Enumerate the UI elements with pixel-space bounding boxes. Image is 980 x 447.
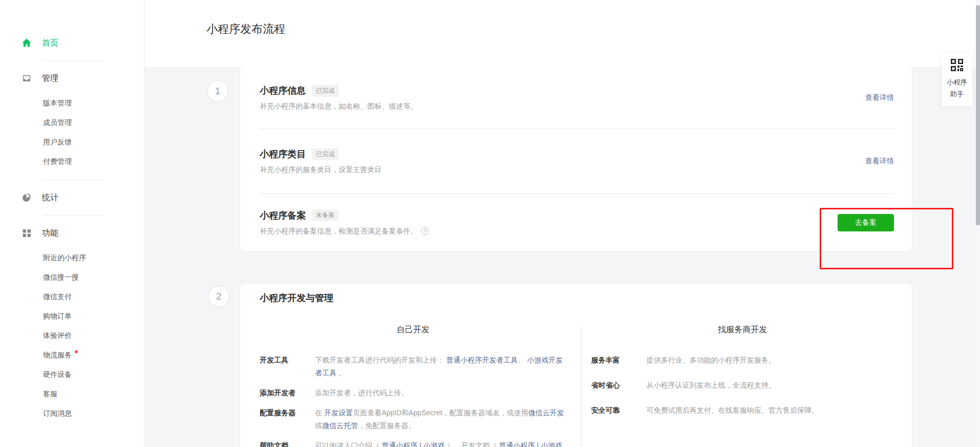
status-badge: 已完成 — [312, 85, 339, 97]
row-title: 小程序类目 — [260, 148, 306, 160]
sidebar-item-label: 物流服务 — [43, 351, 72, 360]
sidebar-item-shopping-orders[interactable]: 购物订单 — [0, 307, 144, 326]
sidebar-item-experience-review[interactable]: 体验评价 — [0, 326, 144, 346]
row-description: 可免费试用后再支付、在线客服响应、官方售后保障。 — [647, 404, 894, 417]
row-label: 服务丰富 — [591, 354, 647, 367]
dev-settings-link[interactable]: 开发设置 — [324, 409, 353, 417]
row-description: 从小程序认证到发布上线，全流程支持。 — [647, 379, 894, 392]
row-title: 小程序信息 — [260, 84, 306, 97]
widget-divider — [946, 106, 968, 107]
question-circle-icon[interactable]: ? — [421, 227, 429, 235]
text: 。 — [337, 369, 346, 377]
separator: | — [535, 441, 540, 447]
row-miniprogram-info: 小程序信息 已完成 补充小程序的基本信息，如名称、图标、描述等。 查看详情 — [260, 67, 894, 129]
home-icon — [22, 38, 32, 48]
sidebar-item-wechat-search[interactable]: 微信搜一搜 — [0, 268, 144, 287]
text: 或 — [315, 421, 322, 430]
text: ）、开发文档（ — [445, 441, 499, 447]
assistant-label-line1: 小程序 — [942, 76, 972, 88]
dev-tools-row: 开发工具 下载开发者工具进行代码的开发和上传： 普通小程序开发者工具、 小游戏开… — [260, 354, 567, 379]
sidebar-item-manage[interactable]: 管理 — [0, 69, 144, 88]
row-label: 省时省心 — [591, 379, 647, 392]
safe-reliable-row: 安全可靠 可免费试用后再支付、在线客服响应、官方售后保障。 — [591, 404, 894, 417]
assistant-label-line2: 助手 — [942, 88, 972, 100]
row-description: 补充小程序的基本信息，如名称、图标、描述等。 — [260, 102, 418, 111]
service-provider-column: 找服务商开发 服务丰富 提供多行业、多功能的小程序开发服务。 省时省心 从小程序… — [581, 325, 894, 447]
sidebar-item-member-manage[interactable]: 成员管理 — [0, 113, 144, 133]
qr-code-icon — [950, 58, 964, 72]
separator: | — [418, 441, 423, 447]
row-description: 在 开发设置页面查看AppID和AppSecret，配置服务器域名，或使用微信云… — [315, 407, 567, 432]
sidebar-sublist-features: 附近的小程序 微信搜一搜 微信支付 购物订单 体验评价 物流服务 硬件设备 客服… — [0, 248, 144, 423]
text: 可以阅读入门介绍（ — [315, 441, 382, 447]
row-description: 可以阅读入门介绍（ 普通小程序 | 小游戏 ）、开发文档（ 普通小程序 | 小游… — [315, 439, 567, 447]
column-header: 自己开发 — [260, 325, 567, 335]
scrollbar-thumb[interactable] — [976, 5, 980, 225]
sidebar-sublist-manage: 版本管理 成员管理 用户反馈 付费管理 — [0, 94, 144, 172]
view-details-link[interactable]: 查看详情 — [865, 93, 894, 102]
sidebar-item-hardware-device[interactable]: 硬件设备 — [0, 365, 144, 385]
step-number-1: 1 — [207, 80, 228, 102]
sidebar-item-features[interactable]: 功能 — [0, 224, 144, 242]
intro-game-link[interactable]: 小游戏 — [423, 441, 445, 447]
sidebar-item-subscribe-message[interactable]: 订阅消息 — [0, 404, 144, 423]
row-description: 添加开发者，进行代码上传。 — [315, 387, 567, 399]
page-title: 小程序发布流程 — [206, 22, 285, 37]
sidebar-item-user-feedback[interactable]: 用户反馈 — [0, 133, 144, 152]
step2-card: 小程序开发与管理 自己开发 开发工具 下载开发者工具进行代码的开发和上传： 普通… — [240, 284, 912, 447]
sidebar-divider — [43, 180, 105, 180]
row-description: 补充小程序的备案信息，检测是否满足备案条件。 — [260, 227, 418, 236]
text: 添加开发者，进行代码上传。 — [315, 389, 408, 397]
help-docs-row: 帮助文档 可以阅读入门介绍（ 普通小程序 | 小游戏 ）、开发文档（ 普通小程序… — [260, 439, 567, 447]
cloud-hosting-link[interactable]: 微信云托管 — [322, 421, 358, 430]
sidebar-item-label: 统计 — [42, 193, 58, 203]
devtool-link[interactable]: 普通小程序开发者工具 — [446, 356, 518, 364]
sidebar-item-logistics-service[interactable]: 物流服务 — [0, 346, 144, 365]
status-badge: 未备案 — [312, 209, 339, 221]
sidebar-divider — [43, 60, 105, 61]
sidebar-item-version-manage[interactable]: 版本管理 — [0, 94, 144, 113]
configure-server-row: 配置服务器 在 开发设置页面查看AppID和AppSecret，配置服务器域名，… — [260, 407, 567, 432]
row-description: 补充小程序的服务类目，设置主营类目 — [260, 165, 382, 175]
row-label: 安全可靠 — [591, 404, 647, 417]
view-details-link[interactable]: 查看详情 — [865, 157, 894, 166]
rich-services-row: 服务丰富 提供多行业、多功能的小程序开发服务。 — [591, 354, 894, 367]
row-miniprogram-category: 小程序类目 已完成 补充小程序的服务类目，设置主营类目 查看详情 — [260, 129, 894, 194]
sidebar-item-customer-service[interactable]: 客服 — [0, 385, 144, 404]
page-header: 小程序发布流程 — [144, 0, 980, 67]
row-description: 提供多行业、多功能的小程序开发服务。 — [647, 354, 894, 367]
text: 页面查看AppID和AppSecret，配置服务器域名，或使用 — [353, 409, 528, 417]
sidebar-item-label: 管理 — [42, 73, 58, 84]
sidebar-item-home[interactable]: 首页 — [0, 34, 144, 52]
sidebar-item-stats[interactable]: 统计 — [0, 188, 144, 207]
step1-card: 小程序信息 已完成 补充小程序的基本信息，如名称、图标、描述等。 查看详情 小程… — [240, 67, 912, 251]
row-label: 添加开发者 — [260, 387, 315, 399]
column-header: 找服务商开发 — [591, 325, 894, 335]
annotation-red-box — [820, 208, 953, 269]
sidebar-item-wechat-pay[interactable]: 微信支付 — [0, 287, 144, 307]
text: 、 — [518, 356, 527, 364]
add-developer-row: 添加开发者 添加开发者，进行代码上传。 — [260, 387, 567, 399]
status-badge: 已完成 — [312, 148, 339, 160]
scrollbar-track — [976, 0, 980, 447]
text: 在 — [315, 409, 324, 417]
row-label: 配置服务器 — [260, 407, 315, 432]
text: ，免配置服务器。 — [358, 421, 415, 430]
sidebar-item-label: 首页 — [42, 38, 58, 49]
row-description: 下载开发者工具进行代码的开发和上传： 普通小程序开发者工具、 小游戏开发者工具 … — [315, 354, 567, 379]
miniprogram-assistant-widget[interactable]: 小程序 助手 — [942, 53, 972, 107]
step-number-2: 2 — [208, 286, 230, 307]
docs-miniprogram-link[interactable]: 普通小程序 — [499, 441, 535, 447]
sidebar-item-nearby-miniprogram[interactable]: 附近的小程序 — [0, 248, 144, 268]
sidebar: 首页 管理 版本管理 成员管理 用户反馈 付费管理 统计 — [0, 0, 144, 447]
intro-miniprogram-link[interactable]: 普通小程序 — [382, 441, 418, 447]
step2-title: 小程序开发与管理 — [260, 284, 894, 304]
sidebar-divider — [43, 215, 105, 216]
text: 下载开发者工具进行代码的开发和上传： — [315, 356, 446, 364]
app-root: 首页 管理 版本管理 成员管理 用户反馈 付费管理 统计 — [0, 0, 980, 447]
sidebar-item-label: 功能 — [42, 228, 58, 239]
docs-game-link[interactable]: 小游戏 — [541, 441, 562, 447]
grid-icon — [22, 228, 32, 238]
cloud-dev-link[interactable]: 微信云开发 — [528, 409, 564, 417]
sidebar-item-paid-manage[interactable]: 付费管理 — [0, 152, 144, 172]
